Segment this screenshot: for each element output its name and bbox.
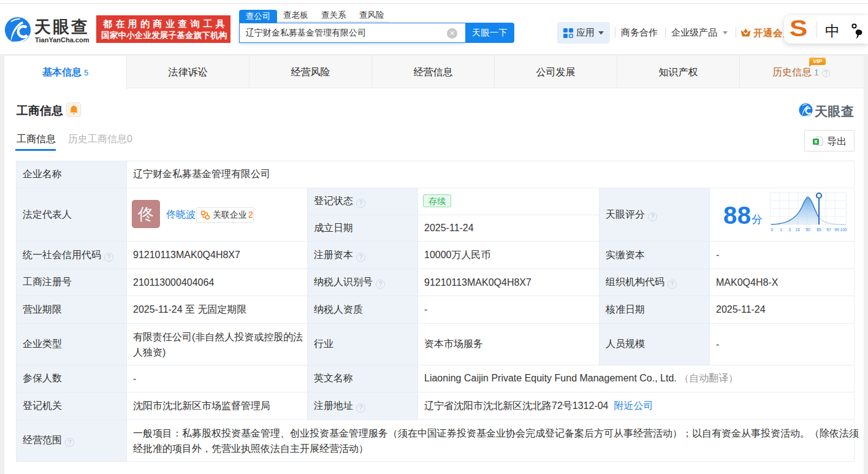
svg-text:50: 50 [805,227,810,232]
svg-text:15: 15 [795,227,800,232]
svg-text:0: 0 [771,227,773,232]
svg-text:99: 99 [834,227,839,232]
svg-text:1: 1 [780,227,782,232]
svg-text:100: 100 [840,227,847,232]
svg-text:97: 97 [826,227,831,232]
svg-text:85: 85 [817,227,821,232]
svg-text:3: 3 [788,227,791,232]
